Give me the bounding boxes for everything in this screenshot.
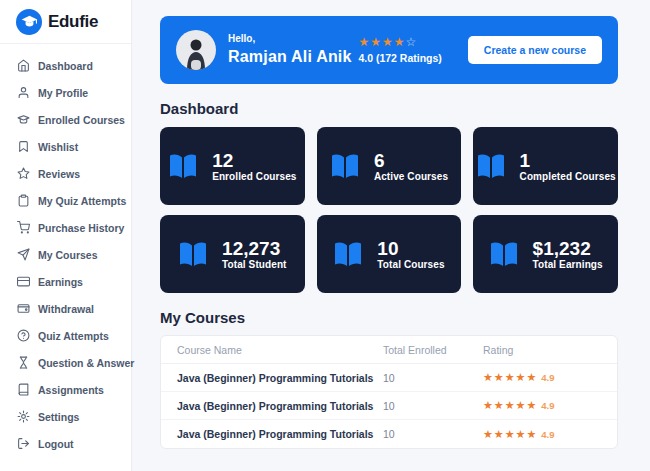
table-row[interactable]: Java (Beginner) Programming Tutorials10★… — [161, 392, 617, 420]
stat-value: 12,273 — [222, 238, 286, 260]
sidebar-item-label: My Profile — [38, 87, 88, 99]
stat-label: Completed Courses — [520, 171, 616, 182]
stat-label: Total Courses — [377, 259, 444, 270]
stat-card-total-student: 12,273Total Student — [160, 215, 305, 293]
greeting-text: Hello, — [228, 32, 352, 46]
stat-label: Total Earnings — [533, 259, 603, 270]
sidebar-item-label: Quiz Attempts — [38, 330, 109, 342]
table-row[interactable]: Java (Beginner) Programming Tutorials10★… — [161, 364, 617, 392]
instructor-rating: ★★★★☆ 4.0 (172 Ratings) — [358, 34, 441, 65]
sidebar-item-dashboard[interactable]: Dashboard — [0, 52, 131, 79]
notebook-icon — [17, 383, 30, 396]
course-enrolled: 10 — [383, 428, 483, 440]
app-name: Edufie — [48, 12, 98, 32]
star-rating-icons: ★★★★★ — [483, 428, 537, 441]
column-total-enrolled: Total Enrolled — [383, 344, 483, 356]
sidebar-item-purchase-history[interactable]: Purchase History — [0, 214, 131, 241]
sidebar-item-label: My Courses — [38, 249, 98, 261]
sidebar-item-quiz-attempts[interactable]: Quiz Attempts — [0, 322, 131, 349]
sidebar-item-logout[interactable]: Logout — [0, 430, 131, 457]
star-rating-icons: ★★★★☆ — [358, 34, 441, 51]
wallet-icon — [17, 302, 30, 315]
sidebar-item-enrolled-courses[interactable]: Enrolled Courses — [0, 106, 131, 133]
sidebar-item-label: Enrolled Courses — [38, 114, 125, 126]
course-name: Java (Beginner) Programming Tutorials — [177, 372, 383, 384]
sidebar-item-label: Reviews — [38, 168, 80, 180]
open-book-icon — [330, 153, 360, 179]
sidebar-item-reviews[interactable]: Reviews — [0, 160, 131, 187]
welcome-banner: Hello, Ramjan Ali Anik ★★★★☆ 4.0 (172 Ra… — [160, 16, 618, 84]
stat-card-completed-courses: 1Completed Courses — [473, 127, 618, 205]
sidebar-item-earnings[interactable]: Earnings — [0, 268, 131, 295]
sidebar-item-wishlist[interactable]: Wishlist — [0, 133, 131, 160]
sidebar-item-my-quiz-attempts[interactable]: My Quiz Attempts — [0, 187, 131, 214]
open-book-icon — [178, 241, 208, 267]
create-course-button[interactable]: Create a new course — [468, 36, 602, 64]
rating-score: 4.9 — [541, 429, 554, 440]
sidebar-item-assignments[interactable]: Assignments — [0, 376, 131, 403]
cart-icon — [17, 221, 30, 234]
sidebar-item-question-answer[interactable]: Question & Answer — [0, 349, 131, 376]
sidebar-item-my-courses[interactable]: My Courses — [0, 241, 131, 268]
credit-card-icon — [17, 275, 30, 288]
sidebar-item-label: Earnings — [38, 276, 83, 288]
my-courses-heading: My Courses — [160, 309, 618, 326]
open-book-icon — [168, 153, 198, 179]
sidebar-item-withdrawal[interactable]: Withdrawal — [0, 295, 131, 322]
sidebar-item-label: Logout — [38, 438, 74, 450]
sidebar-item-label: Purchase History — [38, 222, 124, 234]
column-course-name: Course Name — [177, 344, 383, 356]
banner-right: ★★★★☆ 4.0 (172 Ratings) Create a new cou… — [358, 34, 602, 65]
course-rating: ★★★★★4.9 — [483, 371, 601, 384]
table-row[interactable]: Java (Beginner) Programming Tutorials10★… — [161, 420, 617, 448]
greeting-block: Hello, Ramjan Ali Anik — [228, 32, 352, 67]
open-book-icon — [489, 241, 519, 267]
avatar[interactable] — [176, 30, 216, 70]
stat-label: Enrolled Courses — [212, 171, 296, 182]
stat-value: 12 — [212, 150, 296, 172]
home-icon — [17, 59, 30, 72]
star-rating-icons: ★★★★★ — [483, 399, 537, 412]
star-icon — [17, 167, 30, 180]
sidebar-item-label: Withdrawal — [38, 303, 94, 315]
graduation-cap-icon — [17, 113, 30, 126]
user-name: Ramjan Ali Anik — [228, 46, 352, 68]
course-name: Java (Beginner) Programming Tutorials — [177, 400, 383, 412]
column-rating: Rating — [483, 344, 601, 356]
stat-label: Total Student — [222, 259, 286, 270]
sidebar-item-label: Question & Answer — [38, 357, 134, 369]
stat-value: 10 — [377, 238, 444, 260]
stat-card-active-courses: 6Active Courses — [317, 127, 462, 205]
stat-card-total-courses: 10Total Courses — [317, 215, 462, 293]
course-enrolled: 10 — [383, 400, 483, 412]
rating-text: 4.0 (172 Ratings) — [358, 51, 441, 66]
stat-label: Active Courses — [374, 171, 448, 182]
sidebar-item-label: Assignments — [38, 384, 104, 396]
sidebar-item-my-profile[interactable]: My Profile — [0, 79, 131, 106]
sidebar-item-label: Dashboard — [38, 60, 93, 72]
stat-card-total-earnings: $1,232Total Earnings — [473, 215, 618, 293]
table-body: Java (Beginner) Programming Tutorials10★… — [161, 364, 617, 448]
graduation-cap-logo-icon — [16, 9, 42, 35]
sidebar: Edufie DashboardMy ProfileEnrolled Cours… — [0, 0, 132, 471]
stat-value: $1,232 — [533, 238, 603, 260]
rating-score: 4.9 — [541, 400, 554, 411]
send-icon — [17, 248, 30, 261]
course-rating: ★★★★★4.9 — [483, 428, 601, 441]
clipboard-icon — [17, 194, 30, 207]
stat-value: 1 — [520, 150, 616, 172]
user-icon — [17, 86, 30, 99]
course-rating: ★★★★★4.9 — [483, 399, 601, 412]
logout-icon — [17, 437, 30, 450]
courses-table: Course Name Total Enrolled Rating Java (… — [160, 335, 618, 449]
logo[interactable]: Edufie — [0, 0, 131, 44]
dashboard-heading: Dashboard — [160, 100, 618, 117]
sidebar-item-settings[interactable]: Settings — [0, 403, 131, 430]
stat-value: 6 — [374, 150, 448, 172]
gear-icon — [17, 410, 30, 423]
sidebar-item-label: My Quiz Attempts — [38, 195, 126, 207]
open-book-icon — [333, 241, 363, 267]
sidebar-item-label: Settings — [38, 411, 79, 423]
course-enrolled: 10 — [383, 372, 483, 384]
sidebar-item-label: Wishlist — [38, 141, 78, 153]
